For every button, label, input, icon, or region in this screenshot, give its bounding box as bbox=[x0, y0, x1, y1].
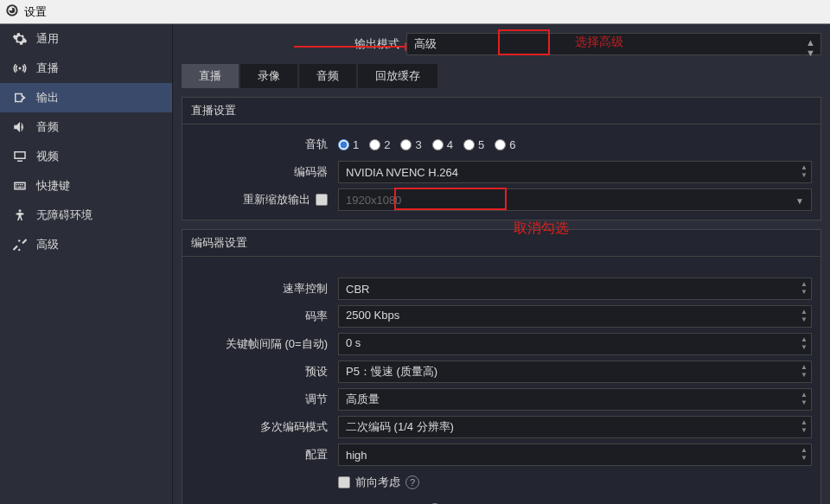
sidebar-item-label: 视频 bbox=[36, 149, 59, 164]
title-bar: 设置 bbox=[0, 0, 830, 24]
lookahead-checkbox[interactable] bbox=[338, 476, 350, 488]
audio-track-1[interactable]: 1 bbox=[338, 138, 359, 151]
sidebar-item-advanced[interactable]: 高级 bbox=[0, 230, 172, 259]
updown-icon: ▲▼ bbox=[801, 363, 808, 379]
updown-icon: ▲▼ bbox=[801, 308, 808, 323]
tab-streaming[interactable]: 直播 bbox=[182, 64, 239, 88]
profile-label: 配置 bbox=[191, 447, 338, 463]
svg-point-3 bbox=[10, 8, 12, 10]
rescale-checkbox[interactable] bbox=[316, 194, 328, 206]
sidebar-item-label: 高级 bbox=[36, 237, 59, 252]
accessibility-icon bbox=[12, 207, 28, 223]
streaming-settings-panel: 直播设置 音轨 1 2 3 4 5 6 编码器 NVIDIA NVENC H.2… bbox=[182, 97, 821, 220]
sidebar: 通用 直播 输出 音频 视频 快捷键 无障碍环境 高级 bbox=[0, 24, 173, 504]
sidebar-item-label: 无障碍环境 bbox=[36, 207, 93, 223]
rescale-select[interactable]: 1920x1080▼ bbox=[338, 188, 812, 211]
chevron-down-icon: ▼ bbox=[795, 196, 804, 206]
encoder-label: 编码器 bbox=[191, 164, 338, 180]
profile-select[interactable]: high▲▼ bbox=[338, 443, 812, 466]
rate-control-select[interactable]: CBR▲▼ bbox=[338, 278, 812, 300]
sidebar-item-stream[interactable]: 直播 bbox=[0, 54, 172, 83]
speaker-icon bbox=[12, 119, 28, 135]
sidebar-item-label: 音频 bbox=[36, 119, 59, 135]
multipass-select[interactable]: 二次编码 (1/4 分辨率)▲▼ bbox=[338, 416, 812, 438]
keyint-input[interactable]: 0 s▲▼ bbox=[338, 333, 812, 355]
panel-title: 直播设置 bbox=[182, 98, 820, 124]
bitrate-label: 码率 bbox=[191, 309, 338, 324]
main-panel: 输出模式 高级 ▲▼ 选择高级 直播 录像 音频 回放缓存 直播设置 音轨 1 … bbox=[173, 24, 830, 504]
updown-icon: ▲▼ bbox=[801, 280, 808, 296]
annotation-text: 选择高级 bbox=[575, 35, 623, 50]
output-tabs: 直播 录像 音频 回放缓存 bbox=[173, 64, 830, 88]
tuning-select[interactable]: 高质量▲▼ bbox=[338, 388, 812, 411]
annotation-text: 取消勾选 bbox=[514, 220, 569, 238]
updown-icon: ▲▼ bbox=[801, 335, 808, 351]
sidebar-item-label: 通用 bbox=[36, 31, 59, 47]
multipass-label: 多次编码模式 bbox=[191, 419, 338, 435]
monitor-icon bbox=[12, 149, 28, 164]
encoder-settings-panel: 编码器设置 速率控制 CBR▲▼ 码率 2500 Kbps▲▼ 关键帧间隔 (0… bbox=[182, 229, 821, 504]
audio-track-label: 音轨 bbox=[191, 137, 338, 152]
audio-track-radios: 1 2 3 4 5 6 bbox=[338, 138, 812, 151]
sidebar-item-video[interactable]: 视频 bbox=[0, 142, 172, 171]
preset-select[interactable]: P5：慢速 (质量高)▲▼ bbox=[338, 360, 812, 383]
keyboard-icon bbox=[12, 178, 28, 194]
sidebar-item-label: 输出 bbox=[36, 90, 59, 105]
sidebar-item-output[interactable]: 输出 bbox=[0, 83, 172, 112]
sidebar-item-label: 直播 bbox=[36, 61, 59, 76]
tab-recording[interactable]: 录像 bbox=[240, 64, 297, 88]
output-mode-value: 高级 bbox=[414, 37, 437, 50]
updown-icon: ▲▼ bbox=[801, 446, 808, 462]
tuning-label: 调节 bbox=[191, 392, 338, 407]
tools-icon bbox=[12, 237, 28, 252]
output-icon bbox=[12, 90, 28, 105]
sidebar-item-general[interactable]: 通用 bbox=[0, 24, 172, 54]
annotation-arrow-icon bbox=[294, 40, 415, 54]
sidebar-item-label: 快捷键 bbox=[36, 178, 70, 194]
encoder-select[interactable]: NVIDIA NVENC H.264▲▼ bbox=[338, 161, 812, 183]
audio-track-3[interactable]: 3 bbox=[400, 138, 421, 151]
audio-track-2[interactable]: 2 bbox=[369, 138, 390, 151]
sidebar-item-accessibility[interactable]: 无障碍环境 bbox=[0, 201, 172, 230]
updown-icon: ▲▼ bbox=[806, 37, 815, 58]
window-title: 设置 bbox=[24, 4, 47, 20]
obs-icon bbox=[5, 3, 19, 20]
panel-title: 编码器设置 bbox=[182, 230, 820, 257]
bitrate-input[interactable]: 2500 Kbps▲▼ bbox=[338, 305, 812, 328]
audio-track-4[interactable]: 4 bbox=[432, 138, 453, 151]
sidebar-item-audio[interactable]: 音频 bbox=[0, 112, 172, 142]
help-icon[interactable]: ? bbox=[405, 475, 419, 489]
updown-icon: ▲▼ bbox=[801, 163, 808, 179]
gear-icon bbox=[12, 31, 28, 47]
audio-track-5[interactable]: 5 bbox=[463, 138, 484, 151]
tab-audio[interactable]: 音频 bbox=[299, 64, 356, 88]
rescale-label: 重新缩放输出 bbox=[243, 192, 310, 207]
svg-point-4 bbox=[19, 209, 22, 212]
keyint-label: 关键帧间隔 (0=自动) bbox=[191, 336, 338, 352]
antenna-icon bbox=[12, 61, 28, 76]
rate-control-label: 速率控制 bbox=[191, 281, 338, 297]
tab-replay[interactable]: 回放缓存 bbox=[358, 64, 437, 88]
sidebar-item-hotkeys[interactable]: 快捷键 bbox=[0, 171, 172, 201]
updown-icon: ▲▼ bbox=[801, 391, 808, 406]
audio-track-6[interactable]: 6 bbox=[495, 138, 515, 151]
updown-icon: ▲▼ bbox=[801, 418, 808, 434]
preset-label: 预设 bbox=[191, 364, 338, 380]
lookahead-label: 前向考虑 bbox=[355, 475, 400, 490]
